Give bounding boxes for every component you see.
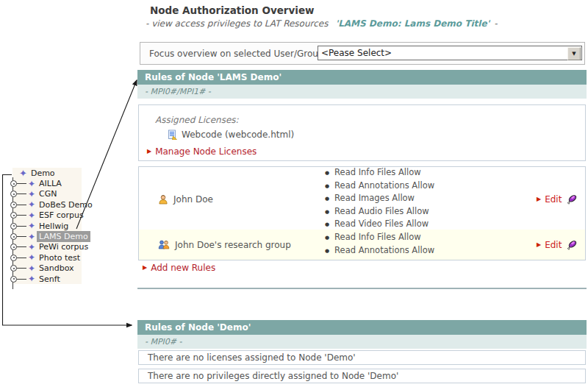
tree-node-esf-corpus[interactable]: ✦ ESF corpus <box>6 210 95 221</box>
panel-rules-lams-demo: Rules of Node 'LAMS Demo' - MPI0#/MPI1# … <box>137 70 587 291</box>
panel-scope: - MPI0#/MPI1# - <box>137 85 587 99</box>
page-title: Node Authorization Overview <box>150 4 315 16</box>
principal-name: John Doe <box>173 194 213 205</box>
tree-node-icon: ✦ <box>28 190 35 199</box>
permissions-cell: Read Info Files Allow Read Annotations A… <box>325 230 521 260</box>
subtitle-resource-name: 'LAMS Demo: Lams Demo Title' <box>335 18 490 29</box>
tree-node-label[interactable]: DoBeS Demo <box>37 199 95 210</box>
rule-row-research-group: John Doe's research group Read Info File… <box>139 230 585 260</box>
tree-node-icon: ✦ <box>28 274 35 283</box>
tree-expander-icon[interactable] <box>10 191 17 197</box>
focus-label: Focus overview on selected User/Group: <box>149 49 327 59</box>
edit-rule-link[interactable]: ▶ Edit <box>537 240 562 250</box>
principal-name: John Doe's research group <box>175 240 291 250</box>
tree-branch-line <box>17 205 26 205</box>
user-group-select-value: <Pease Select> <box>318 46 581 58</box>
tree-node-pewi-corpus[interactable]: ✦ PeWi corpus <box>6 242 95 252</box>
manage-node-licenses-link[interactable]: ▶ Manage Node Licenses <box>147 146 257 157</box>
user-group-select[interactable]: <Pease Select> ▼ <box>318 46 582 60</box>
focus-bar: Focus overview on selected User/Group: <… <box>140 42 585 65</box>
tree-node-label[interactable]: Hellwig <box>37 221 71 232</box>
node-tree: ✦ Demo ✦ AILLA ✦ CGN ✦ DoBeS Demo ✦ ESF … <box>6 168 95 284</box>
tree-expander-icon[interactable] <box>10 265 17 271</box>
tree-node-label[interactable]: Senft <box>37 274 62 285</box>
tree-node-hellwig[interactable]: ✦ Hellwig <box>6 221 95 231</box>
tree-node-icon: ✦ <box>28 264 35 273</box>
panel-scope: - MPI0# - <box>137 335 587 349</box>
rules-box: John Doe Read Info Files Allow Read Anno… <box>138 166 586 260</box>
tree-expander-icon[interactable] <box>10 223 17 230</box>
tree-node-sandbox[interactable]: ✦ Sandbox <box>6 263 95 274</box>
licenses-box: Assigned Licenses: Webcode (webcode.html… <box>138 104 586 161</box>
tree-node-label[interactable]: CGN <box>37 188 59 199</box>
tree-expander-icon[interactable] <box>10 212 17 219</box>
edit-pencil-icon[interactable] <box>567 194 578 205</box>
chevron-down-icon: ▼ <box>572 51 576 57</box>
panel-bottom-divider <box>137 288 587 289</box>
add-new-rules-link[interactable]: ▶ Add new Rules <box>143 263 215 273</box>
tree-node-label[interactable]: Demo <box>29 168 57 179</box>
tree-node-icon: ✦ <box>28 180 35 188</box>
page-subtitle: - view access privileges to LAT Resource… <box>146 18 498 29</box>
tree-node-senft[interactable]: ✦ Senft <box>6 274 95 284</box>
tree-node-label[interactable]: PeWi corpus <box>37 241 90 252</box>
permission-item: Read Annotations Allow <box>325 245 521 258</box>
tree-expander-icon[interactable] <box>10 202 17 208</box>
tree-node-cgn[interactable]: ✦ CGN <box>6 189 95 199</box>
tree-expander-icon[interactable] <box>10 255 17 261</box>
permissions-cell: Read Info Files Allow Read Annotations A… <box>325 167 521 232</box>
tree-node-icon: ✦ <box>28 253 35 262</box>
manage-node-licenses-label: Manage Node Licenses <box>155 146 257 157</box>
edit-pencil-icon[interactable] <box>567 239 578 250</box>
tree-node-label[interactable]: Sandbox <box>37 263 76 274</box>
tree-branch-line <box>17 279 26 280</box>
tree-node-ailla[interactable]: ✦ AILLA <box>6 178 95 188</box>
license-document-icon <box>167 129 177 140</box>
tree-node-label-selected[interactable]: LAMS Demo <box>37 231 90 242</box>
link-arrow-icon: ▶ <box>143 265 147 271</box>
tree-node-icon: ✦ <box>28 243 35 252</box>
link-arrow-icon: ▶ <box>147 149 151 155</box>
principal-cell: John Doe <box>139 167 325 232</box>
tree-branch-line <box>17 183 26 184</box>
tree-node-label[interactable]: Photo test <box>37 252 82 263</box>
tree-node-demo[interactable]: ✦ Demo <box>6 168 95 178</box>
edit-cell: ▶ Edit <box>521 230 585 260</box>
tree-node-label[interactable]: ESF corpus <box>37 210 86 221</box>
permission-item: Read Info Files Allow <box>325 232 521 245</box>
panel-header: Rules of Node 'LAMS Demo' <box>137 70 587 85</box>
tree-node-photo-test[interactable]: ✦ Photo test <box>6 252 95 263</box>
tree-expander-icon[interactable] <box>10 276 17 283</box>
add-new-rules-label: Add new Rules <box>151 263 215 273</box>
permission-item: Read Annotations Allow <box>325 180 521 194</box>
tree-expander-icon[interactable] <box>10 233 17 240</box>
group-icon <box>158 240 170 249</box>
rule-row-john-doe: John Doe Read Info Files Allow Read Anno… <box>139 167 585 230</box>
tree-node-label[interactable]: AILLA <box>37 178 64 189</box>
subtitle-prefix: - view access privileges to LAT Resource… <box>146 18 328 29</box>
tree-branch-line <box>17 246 26 247</box>
panel-rules-demo: Rules of Node 'Demo' - MPI0# - There are… <box>137 320 587 387</box>
tree-branch-line <box>17 258 26 258</box>
tree-node-icon: ✦ <box>19 168 27 178</box>
tree-expander-icon[interactable] <box>10 180 17 187</box>
permission-item: Read Images Allow <box>325 193 521 206</box>
tree-node-lams-demo[interactable]: ✦ LAMS Demo <box>6 231 95 241</box>
tree-branch-line <box>17 194 26 194</box>
no-privileges-message: There are no privileges directly assigne… <box>138 369 586 383</box>
permission-item: Read Info Files Allow <box>325 167 521 180</box>
permission-item: Read Audio Files Allow <box>325 206 521 219</box>
license-name: Webcode (webcode.html) <box>182 129 294 140</box>
tree-branch-line <box>17 215 26 216</box>
license-item: Webcode (webcode.html) <box>167 129 585 140</box>
tree-node-dobes-demo[interactable]: ✦ DoBeS Demo <box>6 199 95 210</box>
principal-cell: John Doe's research group <box>139 230 325 260</box>
edit-rule-label: Edit <box>545 240 562 250</box>
select-dropdown-button[interactable]: ▼ <box>567 47 581 60</box>
edit-rule-link[interactable]: ▶ Edit <box>537 194 562 205</box>
user-icon <box>158 194 168 205</box>
tree-branch-line <box>17 236 26 237</box>
tree-node-icon: ✦ <box>28 211 35 220</box>
permissions-list: Read Info Files Allow Read Annotations A… <box>325 167 521 232</box>
tree-expander-icon[interactable] <box>10 244 17 250</box>
